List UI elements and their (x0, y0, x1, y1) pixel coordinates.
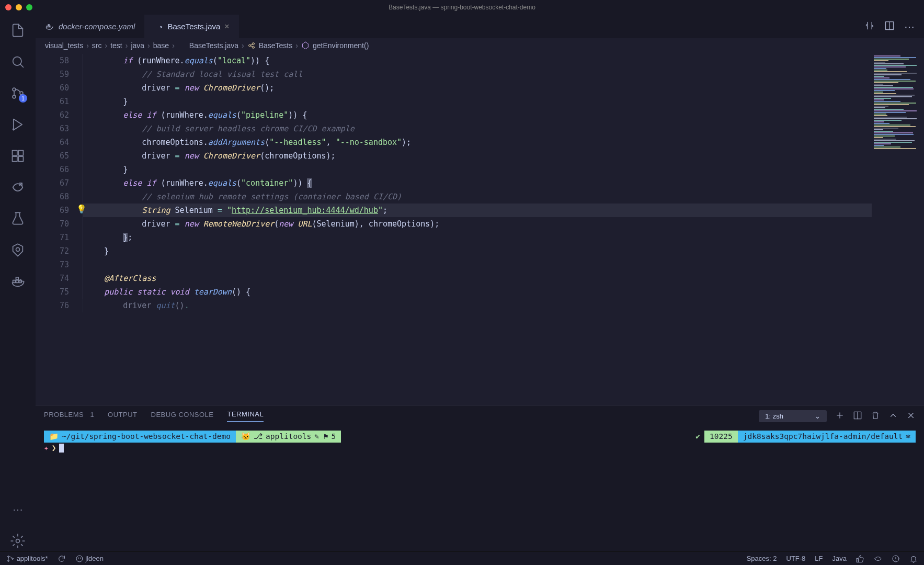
thumbs-up-icon[interactable] (856, 555, 864, 563)
maximize-panel-icon[interactable] (888, 411, 898, 422)
line-number: 72 (36, 244, 69, 258)
svg-rect-5 (13, 151, 17, 155)
search-icon[interactable] (7, 51, 28, 72)
breadcrumb-part[interactable]: visual_tests (45, 41, 83, 50)
code-line[interactable]: // selenium hub remote settings (contain… (83, 190, 872, 204)
activity-bar: 1 ⋯ (0, 15, 36, 551)
line-number: 59 (36, 67, 69, 81)
extensions-icon[interactable] (7, 145, 28, 166)
code-line[interactable]: driver = new ChromeDriver(); (83, 81, 872, 95)
source-control-icon[interactable]: 1 (7, 83, 28, 104)
svg-point-27 (76, 556, 83, 562)
breadcrumb-part[interactable]: test (110, 41, 122, 50)
run-debug-icon[interactable] (7, 114, 28, 135)
compare-changes-icon[interactable] (864, 20, 875, 32)
code-content[interactable]: if (runWhere.equals("local")) { // Stand… (83, 53, 872, 405)
testing-icon[interactable] (7, 208, 28, 229)
code-line[interactable]: } (83, 244, 872, 258)
split-editor-icon[interactable] (884, 20, 895, 32)
code-line[interactable]: driver quit(). (83, 299, 872, 312)
stash-icon: ✎ ⚑ (314, 431, 328, 442)
titlebar: BaseTests.java — spring-boot-websocket-c… (0, 0, 924, 15)
terminal[interactable]: 📁 ~/git/spring-boot-websocket-chat-demo … (36, 426, 924, 551)
terminal-selector[interactable]: 1: zsh ⌄ (759, 410, 827, 422)
code-line[interactable] (83, 258, 872, 272)
kill-terminal-icon[interactable] (871, 411, 880, 422)
line-number: 74 (36, 272, 69, 285)
code-line[interactable]: driver = new ChromeDriver(chromeOptions)… (83, 149, 872, 163)
settings-gear-icon[interactable] (7, 530, 28, 551)
status-spaces[interactable]: Spaces: 2 (747, 555, 777, 562)
status-sync-icon[interactable] (58, 555, 66, 563)
code-line[interactable]: if (runWhere.equals("local")) { (83, 54, 872, 67)
panel-tab-terminal[interactable]: TERMINAL (227, 410, 264, 422)
code-line[interactable]: @AfterClass (83, 272, 872, 285)
status-branch[interactable]: applitools* (6, 555, 48, 563)
panel-tab-output[interactable]: OUTPUT (108, 411, 137, 422)
code-line[interactable]: } (83, 95, 872, 108)
minimap[interactable] (872, 53, 924, 405)
svg-rect-6 (13, 156, 17, 161)
line-number: 71 (36, 231, 69, 244)
breadcrumb-part[interactable]: src (92, 41, 102, 50)
kubernetes-icon[interactable] (7, 240, 28, 261)
code-line[interactable]: // Standard local visual test call (83, 67, 872, 81)
live-share-status-icon[interactable] (874, 555, 882, 563)
breadcrumb[interactable]: visual_tests› src› test› java› base› Bas… (36, 38, 924, 53)
code-line[interactable]: String Selenium = "http://selenium_hub:4… (83, 204, 872, 217)
close-panel-icon[interactable] (906, 411, 916, 422)
svg-point-4 (13, 129, 14, 130)
status-encoding[interactable]: UTF-8 (786, 555, 806, 562)
docker-icon[interactable] (7, 271, 28, 292)
github-icon: 🐱 (241, 431, 250, 442)
prompt-caret: ❯ (52, 443, 56, 454)
tab-basetests[interactable]: BaseTests.java × (144, 15, 238, 38)
breadcrumb-part[interactable]: BaseTests (259, 41, 293, 50)
editor[interactable]: 585960616263646566676869💡70717273747576 … (36, 53, 924, 405)
more-icon[interactable]: ⋯ (7, 499, 28, 520)
class-symbol-icon (247, 41, 256, 50)
code-line[interactable]: chromeOptions.addArguments("--headless",… (83, 135, 872, 149)
kube-icon: ⎈ (906, 431, 910, 442)
code-line[interactable]: public static void tearDown() { (83, 285, 872, 299)
tab-docker-compose[interactable]: docker-compose.yaml (36, 15, 144, 38)
breadcrumb-part[interactable]: BaseTests.java (189, 41, 238, 50)
status-user[interactable]: jldeen (75, 555, 104, 563)
svg-rect-7 (18, 156, 23, 161)
feedback-icon[interactable] (892, 555, 900, 563)
status-eol[interactable]: LF (815, 555, 823, 562)
svg-rect-10 (13, 280, 16, 283)
terminal-selector-label: 1: zsh (765, 412, 783, 420)
panel-tab-debug[interactable]: DEBUG CONSOLE (151, 411, 214, 422)
more-actions-icon[interactable]: ⋯ (904, 20, 915, 33)
close-window[interactable] (5, 4, 12, 10)
close-tab-icon[interactable]: × (224, 22, 229, 31)
code-line[interactable]: else if (runWhere.equals("pipeline")) { (83, 108, 872, 122)
code-line[interactable]: else if (runWhere.equals("container")) { (83, 176, 872, 190)
prompt-cwd: 📁 ~/git/spring-boot-websocket-chat-demo (44, 431, 236, 443)
breadcrumb-part[interactable]: getEnvironment() (313, 41, 369, 50)
status-language[interactable]: Java (832, 555, 847, 562)
line-number: 67 (36, 176, 69, 190)
live-share-icon[interactable] (7, 177, 28, 198)
code-line[interactable]: }; (83, 231, 872, 244)
terminal-cursor (59, 444, 64, 453)
svg-rect-13 (16, 277, 19, 280)
explorer-icon[interactable] (7, 20, 28, 41)
code-line[interactable]: driver = new RemoteWebDriver(new URL(Sel… (83, 217, 872, 231)
panel-tab-problems[interactable]: PROBLEMS 1 (44, 411, 94, 422)
scm-badge: 1 (19, 94, 27, 103)
code-line[interactable]: // build server headless chrome CI/CD ex… (83, 122, 872, 135)
svg-rect-16 (48, 26, 49, 27)
line-number: 66 (36, 163, 69, 176)
window-controls (5, 4, 32, 10)
minimize-window[interactable] (16, 4, 22, 10)
breadcrumb-part[interactable]: base (153, 41, 169, 50)
split-terminal-icon[interactable] (853, 411, 862, 422)
line-number: 75 (36, 285, 69, 299)
code-line[interactable]: } (83, 163, 872, 176)
breadcrumb-part[interactable]: java (131, 41, 144, 50)
zoom-window[interactable] (26, 4, 32, 10)
new-terminal-icon[interactable] (835, 411, 845, 422)
notifications-icon[interactable] (909, 555, 918, 563)
